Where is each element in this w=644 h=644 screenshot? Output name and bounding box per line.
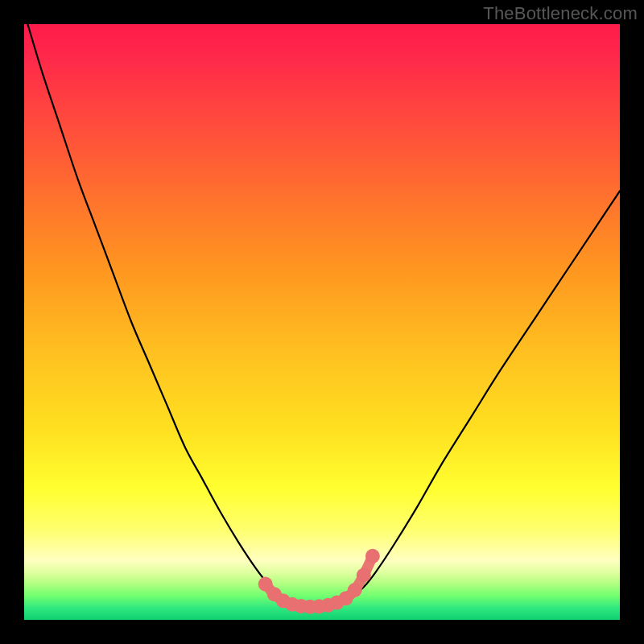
- marker-dot: [357, 568, 371, 583]
- chart-frame: TheBottleneck.com: [0, 0, 644, 644]
- marker-dot: [348, 583, 362, 597]
- curve-layer: [24, 24, 620, 620]
- marker-dot: [365, 549, 380, 564]
- plot-area: [24, 24, 620, 620]
- bottom-markers: [258, 549, 380, 614]
- watermark-text: TheBottleneck.com: [483, 3, 638, 24]
- bottleneck-curve: [24, 24, 620, 607]
